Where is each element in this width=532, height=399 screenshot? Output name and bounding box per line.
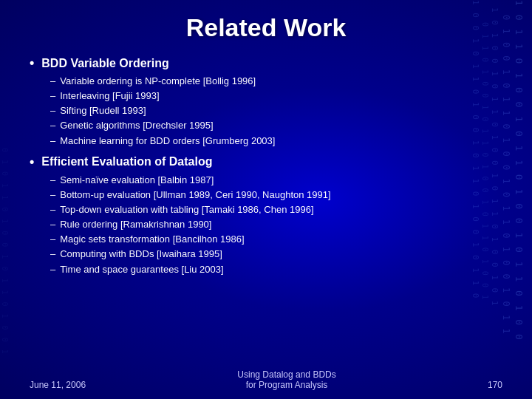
section-2-heading: • Efficient Evaluation of Datalog [30,154,502,170]
list-item: – Time and space guarantees [Liu 2003] [50,262,502,277]
section-2-list: – Semi-naïve evaluation [Balbin 1987] – … [50,173,502,277]
section-1-heading: • BDD Variable Ordering [30,55,502,71]
list-item: – Top-down evaluation with tabling [Tama… [50,202,502,217]
bullet-1: • [30,55,34,71]
footer-date: June 11, 2006 [30,380,86,390]
list-item: – Interleaving [Fujii 1993] [50,89,502,103]
section-1: • BDD Variable Ordering – Variable order… [30,55,502,149]
slide-content: Related Work • BDD Variable Ordering – V… [0,0,532,399]
list-item: – Bottom-up evaluation [Ullman 1989, Cer… [50,188,502,202]
list-item: – Semi-naïve evaluation [Balbin 1987] [50,173,502,188]
section-1-list: – Variable ordering is NP-complete [Boll… [50,74,502,149]
slide-title: Related Work [30,13,502,42]
footer-title: Using Datalog and BDDs for Program Analy… [237,369,335,390]
list-item: – Genetic algorithms [Drechsler 1995] [50,118,502,133]
list-item: – Machine learning for BDD orders [Grumb… [50,134,502,149]
footer-page: 170 [488,380,502,390]
list-item: – Sifting [Rudell 1993] [50,103,502,118]
slide-footer: June 11, 2006 Using Datalog and BDDs for… [0,369,532,390]
list-item: – Variable ordering is NP-complete [Boll… [50,74,502,89]
list-item: – Computing with BDDs [Iwaihara 1995] [50,247,502,262]
bullet-2: • [30,154,34,170]
section-2: • Efficient Evaluation of Datalog – Semi… [30,154,502,277]
list-item: – Rule ordering [Ramakrishnan 1990] [50,217,502,232]
list-item: – Magic sets transformation [Bancilhon 1… [50,232,502,247]
